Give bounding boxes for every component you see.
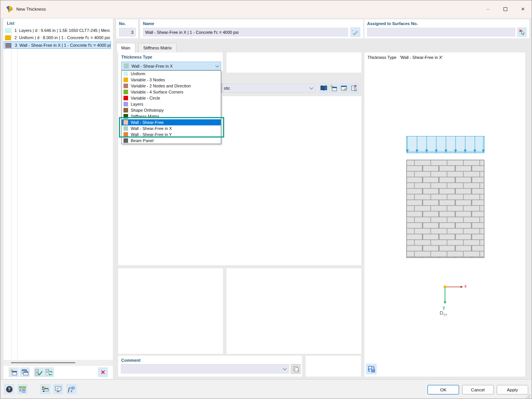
horizontal-scrollbar[interactable] — [3, 360, 113, 366]
apply-button[interactable]: Apply — [497, 385, 528, 394]
list-item-selected[interactable]: 3 Wall - Shear-Free in X | 1 - Concrete … — [4, 41, 111, 49]
maximize-icon — [504, 7, 507, 11]
cancel-label: Cancel — [471, 388, 485, 392]
list-item[interactable]: 1 Layers | d : 9.646 in | 1.5E 1650 CLT7… — [4, 27, 111, 34]
ok-label: OK — [440, 388, 446, 392]
display-settings-button[interactable] — [53, 384, 63, 394]
copy-window-icon — [21, 369, 28, 376]
resize-grip[interactable] — [526, 394, 530, 398]
thickness-type-swatch — [124, 63, 129, 68]
option-swatch — [124, 126, 128, 131]
list-item-number: 3 — [9, 43, 17, 48]
dropdown-option[interactable]: Wall - Shear-Free in X — [122, 125, 221, 131]
dropdown-option[interactable]: Uniform — [122, 71, 221, 77]
dropdown-option[interactable]: Stiffness Matrix — [122, 113, 221, 119]
edit-material-button[interactable] — [339, 83, 348, 93]
window-title: New Thickness — [16, 7, 46, 11]
new-material-button[interactable] — [329, 83, 338, 93]
rename-button[interactable] — [350, 27, 360, 37]
new-thickness-button[interactable] — [9, 367, 19, 377]
minimize-button[interactable]: – — [479, 3, 497, 16]
invert-selection-button[interactable] — [44, 367, 54, 377]
option-swatch — [124, 108, 128, 112]
titlebar: New Thickness – ✕ — [0, 0, 532, 18]
ok-button[interactable]: OK — [428, 385, 459, 394]
column-divider — [17, 26, 17, 359]
option-swatch — [124, 102, 128, 106]
close-button[interactable]: ✕ — [514, 3, 532, 16]
list-item[interactable]: 2 Uniform | d : 8.000 in | 1 - Concrete … — [4, 34, 111, 41]
thickness-list-panel: List 1 Layers | d : 9.646 in | 1.5E 1650… — [3, 19, 113, 379]
option-swatch — [124, 90, 128, 94]
tab-main-label: Main — [121, 46, 130, 50]
comment-combobox[interactable] — [121, 364, 289, 374]
preview-toggle-button[interactable] — [366, 364, 377, 374]
assigned-surfaces-input[interactable] — [367, 28, 515, 36]
preview-panel: Thickness Type'Wall - Shear-Free in X' — [364, 52, 525, 377]
name-input[interactable] — [143, 28, 348, 36]
dropdown-option[interactable]: Variable - 3 Nodes — [122, 77, 221, 83]
cancel-button[interactable]: Cancel — [462, 385, 494, 394]
comment-copy-button[interactable] — [291, 364, 301, 374]
tab-stiffness-matrix[interactable]: Stiffness Matrix — [138, 43, 177, 52]
thickness-type-dropdown: Uniform Variable - 3 Nodes Variable - 2 … — [121, 70, 221, 144]
select-surfaces-button[interactable] — [517, 27, 527, 37]
preview-title-value: 'Wall - Shear-Free in X' — [400, 55, 443, 60]
dropdown-option[interactable]: Shape Orthotropy — [122, 107, 221, 113]
axis-x-label: x — [464, 283, 467, 289]
masonry-wall-graphic — [406, 160, 484, 258]
help-button[interactable]: ? — [4, 384, 14, 394]
dropdown-option-highlighted[interactable]: Wall - Shear-Free — [122, 119, 221, 125]
display-properties-button[interactable] — [40, 384, 50, 394]
delete-material-assignment-button[interactable] — [350, 83, 359, 93]
tab-main[interactable]: Main — [116, 43, 135, 52]
axis-y-label: y — [443, 305, 445, 310]
thickness-type-combobox[interactable]: Wall - Shear-Free in X — [121, 62, 221, 70]
delete-thickness-button[interactable]: ✕ — [98, 367, 108, 377]
dropdown-option[interactable]: Variable - Circle — [122, 95, 221, 101]
material-value-fragment: stic — [224, 86, 310, 90]
copy-thickness-button[interactable] — [20, 367, 30, 377]
assigned-surfaces-group: Assigned to Surfaces No. — [364, 19, 529, 38]
option-label: Wall - Shear-Free in Y — [131, 132, 172, 137]
maximize-button[interactable] — [497, 3, 514, 16]
scrollbar-thumb[interactable] — [11, 362, 75, 363]
material-library-button[interactable] — [319, 83, 328, 93]
name-group: Name — [140, 19, 363, 38]
material-combobox[interactable]: stic — [221, 84, 315, 93]
formula-button[interactable]: f x — [66, 384, 76, 394]
option-label: Beam Panel — [131, 138, 154, 143]
tab-stiffness-label: Stiffness Matrix — [143, 46, 172, 50]
no-input[interactable] — [119, 28, 136, 36]
dialog-footer: ? 0,00 — [0, 379, 532, 399]
option-label: Wall - Shear-Free in X — [131, 126, 172, 131]
empty-group-top-right — [226, 52, 361, 73]
dropdown-option[interactable]: Beam Panel — [122, 138, 221, 144]
option-label: Variable - 2 Nodes and Direction — [131, 84, 191, 88]
list-item-number: 1 — [8, 28, 17, 33]
units-settings-button[interactable]: 0,00 — [17, 384, 27, 394]
option-swatch — [124, 78, 128, 82]
list-item-label: Uniform | d : 8.000 in | 1 - Concrete f'… — [19, 35, 110, 40]
no-label: No. — [119, 21, 126, 26]
dropdown-option[interactable]: Variable - 4 Surface Corners — [122, 89, 221, 95]
comment-label: Comment — [121, 358, 141, 363]
dropdown-option[interactable]: Layers — [122, 101, 221, 107]
svg-text:f: f — [68, 386, 70, 393]
empty-group-bottom-left — [118, 268, 223, 354]
apply-label: Apply — [507, 388, 518, 392]
copy-icon — [292, 366, 299, 372]
dropdown-option[interactable]: Variable - 2 Nodes and Direction — [122, 83, 221, 89]
select-all-button[interactable] — [34, 367, 44, 377]
option-label: Layers — [131, 102, 143, 106]
preview-title-label: Thickness Type — [367, 55, 396, 60]
option-swatch — [124, 96, 128, 100]
chevron-down-icon — [310, 86, 314, 90]
delete-icon: ✕ — [101, 369, 106, 375]
local-axes-graphic — [435, 282, 473, 309]
empty-group-bottom-right — [306, 356, 361, 377]
dropdown-option[interactable]: Wall - Shear-Free in Y — [122, 131, 221, 138]
chevron-down-icon — [215, 63, 219, 67]
chevron-down-icon — [283, 366, 287, 370]
edit-window-icon — [340, 84, 348, 92]
